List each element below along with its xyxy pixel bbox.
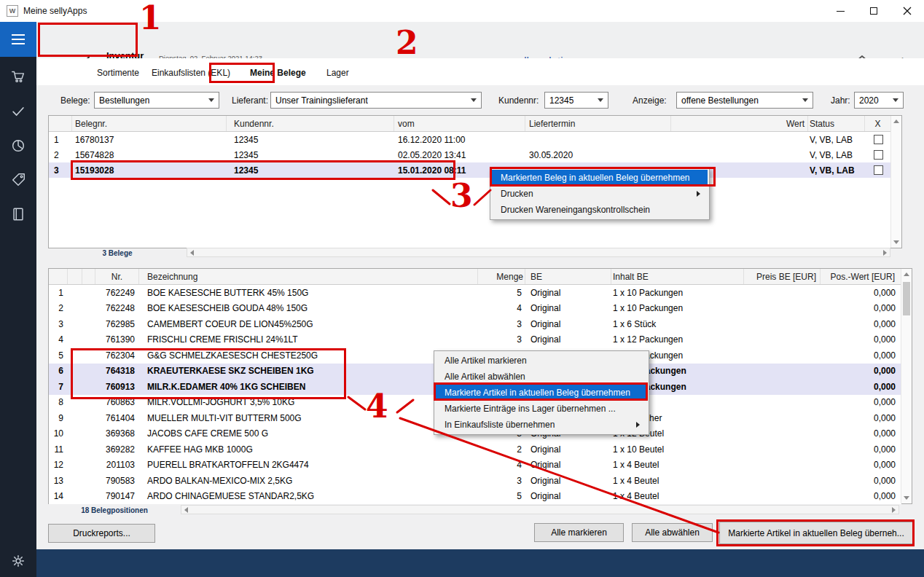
bezeichnung-cell: ARDO CHINAGEMUESE STANDAR2,5KG [139,489,478,505]
inhalt-be-cell: 1 x 12 Packungen [611,332,744,348]
sidebar-item-journal[interactable] [0,202,36,227]
pos-wert-cell: 0,000 [821,458,901,474]
close-icon [903,7,912,15]
minimize-button[interactable] [823,0,857,22]
sidebar-item-settings[interactable] [0,549,36,573]
menu-item-einkaufsliste[interactable]: In Einkaufsliste übernehmen [436,417,647,433]
anzeige-dropdown[interactable]: offene Bestellungen [676,92,813,109]
row-checkbox[interactable] [874,135,883,144]
belege-filter-label: Belege: [60,95,90,106]
positionen-horizontal-scrollbar[interactable] [181,505,899,514]
menge-cell: 3 [478,332,525,348]
belegnr-cell: 15674828 [72,147,227,162]
row-checkbox[interactable] [874,150,883,160]
position-row[interactable]: 2 762248 BOE KAESESCHEIB GOUDA 48% 150G … [49,301,901,317]
col-belegnr[interactable]: Belegnr. [72,116,227,131]
col-be[interactable]: BE [525,269,611,284]
bezeichnung-cell: MUELLER MULTI-VIT BUTTERM 500G [139,410,478,426]
tab-einkaufslisten[interactable]: Einkaufslisten (EKL) [152,68,230,78]
kundennr-dropdown[interactable]: 12345 [544,92,608,109]
col-vom[interactable]: vom [394,116,525,131]
marker-cell [82,458,95,474]
col-liefertermin[interactable]: Liefertermin [525,116,671,131]
title-bar: W Meine sellyApps [0,0,924,22]
menge-cell: 3 [478,473,525,489]
marker-cell [82,269,95,284]
tab-sortimente[interactable]: Sortimente [97,68,139,78]
menu-item-lager-uebernehmen[interactable]: Markierte Einträge ins Lager übernehmen … [436,401,647,417]
lieferant-dropdown[interactable]: Unser Trainingslieferant [270,92,482,109]
row-number: 2 [49,301,68,317]
menu-item-drucken[interactable]: Drucken [492,186,708,202]
col-x[interactable]: X [865,116,891,131]
chevron-down-icon [802,98,808,102]
druckreports-button[interactable]: Druckreports... [48,524,155,543]
marker-cell [82,410,95,426]
marker-cell [68,269,82,284]
sidebar-menu-button[interactable] [0,22,36,57]
menu-item-beleg-uebernehmen[interactable]: Markierten Beleg in aktuellen Beleg über… [492,170,708,186]
position-row[interactable]: 14 790147 ARDO CHINAGEMUESE STANDAR2,5KG… [49,489,901,505]
menu-item-artikel-uebernehmen[interactable]: Markierte Artikel in aktuellen Beleg übe… [436,385,647,401]
belege-horizontal-scrollbar[interactable] [187,248,890,257]
pos-wert-cell: 0,000 [821,364,901,380]
tab-meine-belege[interactable]: Meine Belege [250,68,306,78]
marker-cell [82,379,95,395]
position-row[interactable]: 13 790583 ARDO BALKAN-MEXICO-MIX 2,5KG 3… [49,473,901,489]
marker-cell [82,285,95,301]
row-checkbox[interactable] [874,165,883,175]
sidebar-item-tasks[interactable] [0,99,36,124]
position-row[interactable]: 3 762985 CAMEMBERT COEUR DE LION45%250G … [49,316,901,332]
sidebar-item-cart[interactable] [0,64,36,89]
belege-table-body: 1 16780137 12345 16.12.2020 11:00 V, VB,… [49,132,891,178]
be-cell: Original [525,332,611,348]
marker-cell [68,395,82,411]
menu-item-drucken-wareneingang[interactable]: Drucken Wareneingangskontrollschein [492,202,708,218]
row-number: 14 [49,489,68,505]
kundennr-filter-label: Kundennr: [498,95,539,106]
col-nr[interactable]: Nr. [95,269,139,284]
position-row[interactable]: 4 761390 FRISCHLI CREME FRISCHLI 24%1LT … [49,332,901,348]
positionen-vertical-scrollbar[interactable] [901,269,912,503]
menu-item-alle-abwaehlen[interactable]: Alle Artikel abwählen [436,369,647,385]
sidebar-item-prices[interactable] [0,168,36,192]
col-menge[interactable]: Menge [478,269,525,284]
tab-lager[interactable]: Lager [326,68,349,78]
row-number: 6 [49,364,68,380]
belege-dropdown[interactable]: Bestellungen [94,92,219,109]
scrollbar-thumb[interactable] [903,282,910,315]
uebernehmen-button[interactable]: Markierte Artikel in aktuellen Beleg übe… [719,522,913,544]
beleg-row[interactable]: 3 15193028 12345 15.01.2020 08:11 V, VB,… [49,162,891,178]
tab-bar: Sortimente Einkaufslisten (EKL) Meine Be… [36,58,924,85]
col-wert[interactable]: Wert [671,116,808,131]
col-inhalt-be[interactable]: Inhalt BE [611,269,744,284]
col-kundennr[interactable]: Kundennr. [227,116,394,131]
belege-vertical-scrollbar[interactable] [890,116,901,248]
jahr-filter-label: Jahr: [831,95,850,106]
position-row[interactable]: 12 201103 PUERELL BRATKARTOFFELN 2KG4474… [49,458,901,474]
beleg-row[interactable]: 2 15674828 12345 02.05.2020 13:41 30.05.… [49,147,891,162]
col-status[interactable]: Status [808,116,865,131]
alle-abwaehlen-button[interactable]: Alle abwählen [632,523,713,542]
position-row[interactable]: 11 369282 KAFFEE HAG MKB 1000G 2 Origina… [49,441,901,458]
row-number: 1 [49,132,72,147]
belege-dropdown-value: Bestellungen [99,95,149,106]
sidebar-item-statistics[interactable] [0,133,36,158]
marker-cell [68,332,82,348]
menu-item-alle-markieren[interactable]: Alle Artikel markieren [436,353,647,369]
marker-cell [68,410,82,426]
jahr-dropdown[interactable]: 2020 [854,92,904,109]
beleg-row[interactable]: 1 16780137 12345 16.12.2020 11:00 V, VB,… [49,132,891,147]
marker-cell [82,395,95,411]
col-preis-be[interactable]: Preis BE [EUR] [744,269,821,284]
journal-icon [10,206,26,222]
position-row[interactable]: 1 762249 BOE KAESESCHE BUTTERK 45% 150G … [49,285,901,301]
col-bezeichnung[interactable]: Bezeichnung [139,269,478,284]
maximize-button[interactable] [857,0,890,22]
liefertermin-cell: 30.05.2020 [525,147,671,162]
close-button[interactable] [890,0,924,22]
submenu-arrow-icon [697,191,700,197]
col-pos-wert[interactable]: Pos.-Wert [EUR] [821,269,901,284]
alle-markieren-button[interactable]: Alle markieren [534,523,624,542]
scroll-left-icon [190,250,194,256]
